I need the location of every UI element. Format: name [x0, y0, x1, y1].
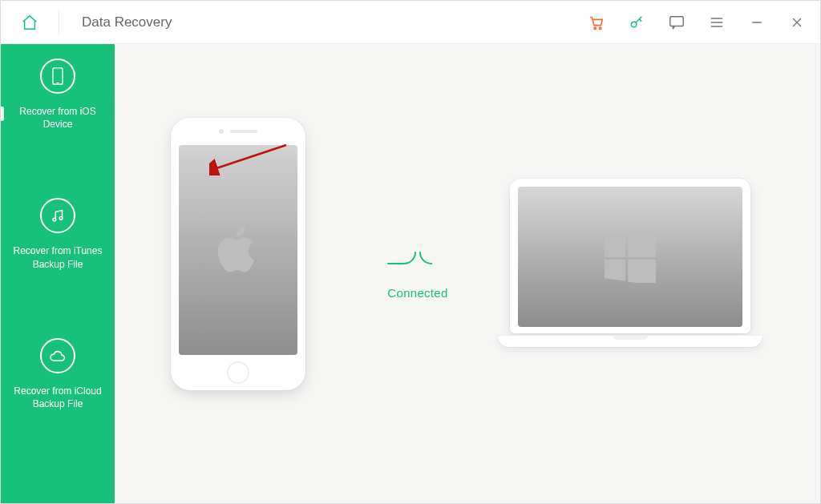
svg-rect-3	[670, 17, 684, 26]
app-window: Data Recovery	[0, 0, 821, 504]
svg-point-0	[594, 27, 597, 30]
active-indicator	[1, 107, 4, 121]
cart-button[interactable]	[588, 14, 605, 31]
connection-status: Connected	[385, 286, 451, 300]
titlebar: Data Recovery	[1, 1, 820, 44]
close-icon	[790, 15, 804, 30]
svg-rect-4	[53, 68, 63, 85]
sidebar-item-label: Recover from iOS Device	[10, 105, 106, 131]
apple-icon	[218, 226, 258, 274]
icloud-icon	[40, 338, 75, 373]
device-icon	[40, 58, 75, 94]
key-button[interactable]	[628, 14, 645, 31]
sidebar-item-label: Recover from iCloud Backup File	[10, 385, 106, 410]
cart-icon	[588, 14, 605, 31]
svg-point-5	[53, 219, 56, 222]
sidebar-item-ios-device[interactable]: Recover from iOS Device	[1, 44, 115, 147]
app-title: Data Recovery	[82, 14, 172, 30]
titlebar-actions	[588, 1, 806, 44]
close-button[interactable]	[788, 14, 806, 31]
chat-icon	[668, 14, 686, 31]
connection-indicator: Connected	[385, 244, 451, 300]
main-area: Connected	[115, 44, 820, 503]
iphone-illustration	[171, 118, 305, 390]
menu-button[interactable]	[708, 14, 726, 31]
sidebar-item-itunes-backup[interactable]: Recover from iTunes Backup File	[1, 183, 115, 286]
svg-point-1	[599, 27, 601, 30]
feedback-button[interactable]	[668, 14, 686, 31]
home-icon	[21, 14, 38, 31]
divider	[59, 10, 59, 34]
minimize-button[interactable]	[748, 14, 766, 31]
sidebar-item-label: Recover from iTunes Backup File	[10, 244, 106, 270]
laptop-illustration	[498, 179, 762, 347]
itunes-icon	[40, 198, 75, 233]
key-icon	[629, 14, 645, 30]
minimize-icon	[750, 15, 764, 30]
svg-point-6	[59, 217, 63, 220]
sidebar-item-icloud-backup[interactable]: Recover from iCloud Backup File	[1, 324, 115, 426]
windows-icon	[605, 232, 656, 283]
link-icon	[385, 244, 451, 272]
home-button[interactable]	[1, 1, 59, 44]
mode-sidebar: Recover from iOS Device Recover from iTu…	[1, 44, 115, 503]
hamburger-icon	[709, 14, 725, 30]
